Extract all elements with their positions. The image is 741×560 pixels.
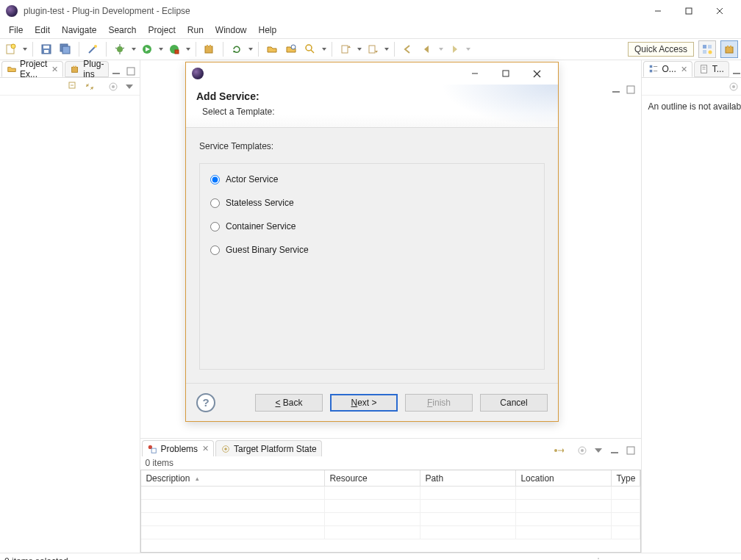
nav-fwd-icon[interactable] bbox=[446, 41, 462, 57]
minimize-editor-icon[interactable] bbox=[610, 84, 622, 96]
close-button[interactable] bbox=[704, 1, 735, 21]
open-perspective-button[interactable] bbox=[698, 40, 716, 58]
menu-search[interactable]: Search bbox=[102, 24, 142, 37]
minimize-button[interactable] bbox=[642, 1, 673, 21]
view-menu-icon[interactable] bbox=[124, 81, 135, 93]
collapse-all-icon[interactable] bbox=[68, 81, 79, 93]
focus-task-icon[interactable] bbox=[728, 81, 740, 93]
maximize-editor-icon[interactable] bbox=[625, 84, 637, 96]
help-button[interactable]: ? bbox=[196, 393, 215, 412]
menu-navigate[interactable]: Navigate bbox=[56, 24, 102, 37]
menu-help[interactable]: Help bbox=[253, 24, 283, 37]
nav-fwd-dropdown[interactable] bbox=[465, 41, 470, 57]
radio-guest-binary-service[interactable]: Guest Binary Service bbox=[210, 245, 534, 255]
radio-input[interactable] bbox=[210, 198, 220, 208]
tab-tasks[interactable]: T... bbox=[694, 61, 729, 77]
minimize-view-icon[interactable] bbox=[731, 65, 741, 77]
menu-project[interactable]: Project bbox=[142, 24, 181, 37]
radio-actor-service[interactable]: Actor Service bbox=[210, 174, 534, 184]
col-type[interactable]: Type bbox=[612, 470, 640, 487]
tab-problems[interactable]: Problems ✕ bbox=[142, 440, 214, 456]
run-last-icon[interactable] bbox=[166, 41, 182, 57]
svg-rect-24 bbox=[175, 50, 179, 54]
sash-grip-icon[interactable]: ⋮ bbox=[594, 556, 604, 561]
nav-back-dropdown[interactable] bbox=[438, 41, 443, 57]
view-menu-icon[interactable] bbox=[593, 445, 604, 456]
radio-input[interactable] bbox=[210, 222, 220, 231]
project-explorer-tree[interactable] bbox=[0, 96, 140, 553]
col-description[interactable]: Description▴ bbox=[141, 470, 325, 487]
save-all-icon[interactable] bbox=[57, 41, 74, 57]
problems-icon bbox=[147, 444, 157, 454]
open-type-icon[interactable] bbox=[264, 41, 280, 57]
run-icon[interactable] bbox=[139, 41, 155, 57]
radio-input[interactable] bbox=[210, 245, 220, 255]
radio-input[interactable] bbox=[210, 175, 220, 184]
table-row[interactable] bbox=[141, 513, 640, 526]
tab-outline[interactable]: O... ✕ bbox=[643, 61, 692, 77]
col-resource[interactable]: Resource bbox=[325, 470, 420, 487]
refresh-icon[interactable] bbox=[229, 41, 245, 57]
problems-table[interactable]: Description▴ Resource Path Location Type bbox=[140, 470, 641, 553]
open-task-icon[interactable] bbox=[283, 41, 299, 57]
next-ann-dropdown[interactable] bbox=[384, 41, 389, 57]
run-last-dropdown[interactable] bbox=[185, 41, 190, 57]
svg-rect-48 bbox=[727, 46, 729, 48]
refresh-dropdown[interactable] bbox=[248, 41, 253, 57]
back-hist-icon[interactable] bbox=[400, 41, 416, 57]
minimize-view-icon[interactable] bbox=[609, 445, 620, 456]
minimize-view-icon[interactable] bbox=[110, 65, 122, 77]
cancel-button[interactable]: Cancel bbox=[480, 394, 548, 412]
back-button[interactable]: < Back bbox=[255, 394, 323, 412]
menu-edit[interactable]: Edit bbox=[29, 24, 56, 37]
save-icon[interactable] bbox=[38, 41, 54, 57]
tab-target-platform[interactable]: Target Platform State bbox=[215, 440, 322, 456]
new-plugin-icon[interactable] bbox=[201, 41, 218, 57]
search-icon[interactable] bbox=[302, 41, 318, 57]
tab-project-explorer[interactable]: Project Ex... ✕ bbox=[1, 61, 63, 77]
table-row[interactable] bbox=[141, 487, 640, 500]
col-location[interactable]: Location bbox=[516, 470, 612, 487]
close-icon[interactable]: ✕ bbox=[681, 65, 687, 74]
dialog-titlebar[interactable] bbox=[186, 62, 558, 85]
quick-access-field[interactable]: Quick Access bbox=[628, 42, 694, 57]
prev-ann-dropdown[interactable] bbox=[357, 41, 362, 57]
col-path[interactable]: Path bbox=[420, 470, 516, 487]
plugin-dev-perspective-button[interactable] bbox=[720, 40, 738, 58]
dialog-minimize-button[interactable] bbox=[459, 63, 490, 84]
menu-run[interactable]: Run bbox=[182, 24, 210, 37]
table-row[interactable] bbox=[141, 526, 640, 539]
wand-icon[interactable] bbox=[85, 41, 101, 57]
new-dropdown[interactable] bbox=[22, 41, 27, 57]
link-editor-icon[interactable] bbox=[84, 81, 96, 93]
tab-plugins[interactable]: Plug-ins bbox=[65, 61, 109, 77]
new-icon[interactable] bbox=[3, 41, 19, 57]
menu-window[interactable]: Window bbox=[210, 24, 253, 37]
search-dropdown[interactable] bbox=[321, 41, 326, 57]
table-row[interactable] bbox=[141, 500, 640, 513]
close-icon[interactable]: ✕ bbox=[51, 65, 58, 74]
maximize-view-icon[interactable] bbox=[625, 445, 637, 456]
focus-task-icon[interactable] bbox=[553, 445, 565, 456]
next-annotation-icon[interactable] bbox=[365, 41, 381, 57]
finish-button[interactable]: Finish bbox=[405, 394, 473, 412]
radio-stateless-service[interactable]: Stateless Service bbox=[210, 198, 534, 208]
dialog-maximize-button[interactable] bbox=[490, 63, 521, 84]
debug-dropdown[interactable] bbox=[131, 41, 136, 57]
dialog-close-button[interactable] bbox=[521, 63, 552, 84]
run-dropdown[interactable] bbox=[158, 41, 163, 57]
menu-file[interactable]: File bbox=[3, 24, 29, 37]
svg-rect-61 bbox=[627, 86, 634, 93]
next-button[interactable]: Next > bbox=[330, 394, 398, 412]
prev-annotation-icon[interactable] bbox=[337, 41, 354, 57]
maximize-button[interactable] bbox=[673, 1, 704, 21]
radio-container-service[interactable]: Container Service bbox=[210, 221, 534, 231]
bottom-tab-bar: Problems ✕ Target Platform State bbox=[140, 439, 641, 456]
filter-icon[interactable] bbox=[576, 445, 588, 456]
radio-label: Guest Binary Service bbox=[226, 245, 309, 255]
nav-back-icon[interactable] bbox=[419, 41, 435, 57]
debug-icon[interactable] bbox=[112, 41, 128, 57]
maximize-view-icon[interactable] bbox=[125, 65, 137, 77]
close-icon[interactable]: ✕ bbox=[202, 444, 209, 453]
focus-task-icon[interactable] bbox=[107, 81, 119, 93]
